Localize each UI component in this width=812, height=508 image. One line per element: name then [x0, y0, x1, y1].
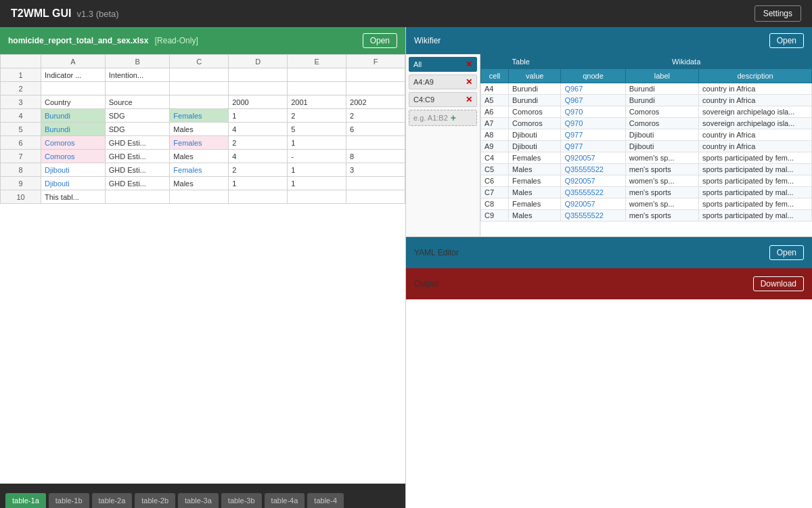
wikifier-sidebar: All ✕ A4:A9 ✕ C4:C9 ✕ e.g. A1:B2 + — [406, 54, 480, 236]
filter-a4a9[interactable]: A4:A9 ✕ — [409, 75, 477, 89]
wiki-col-description: description — [699, 69, 812, 83]
filter-add-placeholder: e.g. A1:B2 — [413, 114, 448, 122]
wikifier-header: Wikifier Open — [406, 27, 812, 54]
cell[interactable]: Comoros — [41, 136, 106, 150]
wiki-table-header-row1: Table Wikidata — [481, 55, 812, 69]
wiki-cell-qnode[interactable]: Q35555522 — [561, 210, 625, 221]
table-row: A6ComorosQ970Comorossovereign archipelag… — [481, 106, 812, 118]
table-row: 9DjiboutiGHD Esti...Males11 — [1, 177, 405, 190]
wiki-cell-description: sports participated by mal... — [699, 164, 812, 175]
cell: 2002 — [346, 96, 405, 109]
wiki-cell-qnode[interactable]: Q977 — [561, 141, 625, 152]
wiki-cell-label: men's sports — [625, 164, 698, 175]
sheet-tab[interactable]: table-4a — [265, 493, 305, 508]
sheet-tab[interactable]: table-1b — [49, 493, 89, 508]
sheet-tab[interactable]: table-3b — [221, 493, 262, 508]
open-wikifier-button[interactable]: Open — [769, 33, 804, 48]
table-row: C9MalesQ35555522men's sportssports parti… — [481, 210, 812, 221]
cell: 2001 — [288, 96, 346, 109]
cell: 1 — [288, 177, 346, 190]
wiki-col-value: value — [509, 69, 561, 83]
wiki-cell-qnode[interactable]: Q970 — [561, 106, 625, 118]
wiki-cell-label: Burundi — [625, 95, 698, 106]
filter-c4c9-label: C4:C9 — [413, 96, 434, 104]
settings-button[interactable]: Settings — [754, 5, 801, 22]
filter-all[interactable]: All ✕ — [409, 57, 477, 72]
wiki-cell-label: Comoros — [625, 118, 698, 129]
cell: Males — [170, 177, 229, 190]
col-header-e: E — [288, 55, 346, 68]
sheet-tab[interactable]: table-2a — [92, 493, 133, 508]
sheet-tab[interactable]: table-2b — [135, 493, 175, 508]
sheet-tab[interactable]: table-4 — [307, 493, 344, 508]
wiki-cell-value: Females — [509, 175, 561, 187]
filter-c4c9[interactable]: C4:C9 ✕ — [409, 92, 477, 107]
filter-all-close[interactable]: ✕ — [466, 60, 472, 69]
table-row: A8DjiboutiQ977Djibouticountry in Africa — [481, 129, 812, 141]
cell[interactable]: Females — [170, 163, 229, 177]
wiki-cell-description: sovereign archipelago isla... — [699, 106, 812, 118]
table-row: C4FemalesQ920057women's sp...sports part… — [481, 152, 812, 164]
cell[interactable]: Females — [170, 136, 229, 150]
wiki-cell-qnode[interactable]: Q967 — [561, 95, 625, 106]
sheet-tab[interactable]: table-3a — [178, 493, 219, 508]
table-row: C5MalesQ35555522men's sportssports parti… — [481, 164, 812, 175]
wiki-cell-cell: C9 — [481, 210, 509, 221]
wiki-cell-cell: C5 — [481, 164, 509, 175]
wiki-cell-label: men's sports — [625, 210, 698, 221]
cell[interactable]: Djibouti — [41, 177, 106, 190]
wiki-cell-qnode[interactable]: Q35555522 — [561, 164, 625, 175]
filter-a4a9-close[interactable]: ✕ — [466, 77, 472, 87]
wiki-cell-description: country in Africa — [699, 83, 812, 95]
wiki-col-label: label — [625, 69, 698, 83]
cell: 6 — [346, 123, 405, 136]
cell — [288, 82, 346, 96]
cell — [170, 82, 229, 96]
topbar: T2WML GUI v1.3 (beta) Settings — [0, 0, 812, 27]
add-filter-icon[interactable]: + — [451, 112, 456, 123]
row-num: 6 — [1, 136, 41, 150]
download-button[interactable]: Download — [753, 276, 804, 291]
wiki-cell-value: Burundi — [509, 95, 561, 106]
wiki-cell-cell: C7 — [481, 187, 509, 198]
open-yaml-button[interactable]: Open — [769, 245, 804, 260]
row-num: 7 — [1, 150, 41, 163]
wiki-cell-value: Comoros — [509, 106, 561, 118]
wiki-cell-qnode[interactable]: Q35555522 — [561, 187, 625, 198]
wiki-cell-qnode[interactable]: Q970 — [561, 118, 625, 129]
cell[interactable]: Djibouti — [41, 163, 106, 177]
cell[interactable]: Comoros — [41, 150, 106, 163]
wiki-col-cell: cell — [481, 69, 509, 83]
cell — [288, 68, 346, 82]
wiki-cell-value: Burundi — [509, 83, 561, 95]
table-row: A4BurundiQ967Burundicountry in Africa — [481, 83, 812, 95]
wiki-cell-cell: A7 — [481, 118, 509, 129]
wiki-cell-qnode[interactable]: Q920057 — [561, 198, 625, 210]
cell: 4 — [229, 150, 288, 163]
col-header-c: C — [170, 55, 229, 68]
spreadsheet-table: A B C D E F 1Indicator ...Intention...23… — [0, 54, 405, 204]
cell[interactable]: Females — [170, 109, 229, 123]
wiki-cell-qnode[interactable]: Q977 — [561, 129, 625, 141]
wiki-cell-value: Comoros — [509, 118, 561, 129]
wiki-cell-qnode[interactable]: Q967 — [561, 83, 625, 95]
open-file-button[interactable]: Open — [363, 33, 397, 48]
wiki-cell-qnode[interactable]: Q920057 — [561, 175, 625, 187]
cell[interactable]: Burundi — [41, 109, 106, 123]
cell — [346, 177, 405, 190]
cell — [229, 68, 288, 82]
sheet-tab[interactable]: table-1a — [5, 493, 46, 508]
cell: Country — [41, 96, 106, 109]
filter-c4c9-close[interactable]: ✕ — [466, 95, 472, 104]
wiki-cell-cell: A9 — [481, 141, 509, 152]
table-row: 3CountrySource200020012002 — [1, 96, 405, 109]
wiki-cell-label: women's sp... — [625, 152, 698, 164]
table-row: 10This tabl... — [1, 190, 405, 204]
cell — [346, 190, 405, 204]
filter-add[interactable]: e.g. A1:B2 + — [409, 110, 477, 126]
cell: 2 — [288, 109, 346, 123]
table-row: 1Indicator ...Intention... — [1, 68, 405, 82]
wiki-wikidata-header: Wikidata — [561, 55, 812, 69]
wiki-cell-qnode[interactable]: Q920057 — [561, 152, 625, 164]
cell[interactable]: Burundi — [41, 123, 106, 136]
